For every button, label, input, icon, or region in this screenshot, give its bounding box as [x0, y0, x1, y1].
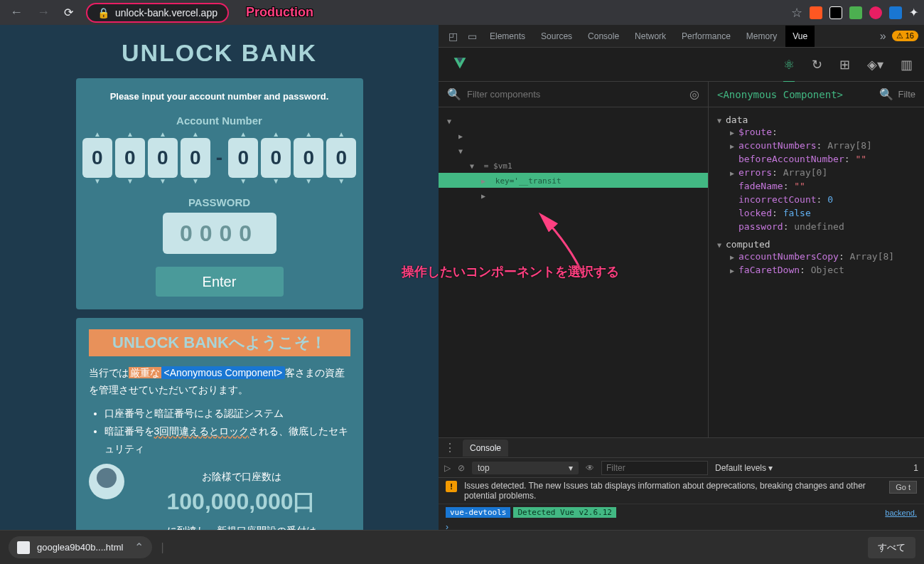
digit-box[interactable]: 0 [82, 138, 112, 178]
caret-up-icon[interactable]: ▲ [94, 131, 101, 138]
digit-box[interactable]: 0 [294, 138, 323, 178]
computed-section-label[interactable]: computed [726, 239, 770, 250]
nav-forward-icon[interactable]: → [33, 5, 54, 20]
reload-icon[interactable]: ⟳ [60, 6, 77, 19]
console-filter-input[interactable] [601, 461, 708, 475]
console-drawer: ⋮ Console ▷ ⊘ top ▾ 👁 Default levels ▾ 1… [439, 437, 924, 530]
data-property-row[interactable]: password: undefined [717, 220, 915, 233]
console-play-icon[interactable]: ▷ [444, 463, 451, 473]
tab-vue[interactable]: Vue [785, 26, 815, 47]
caret-down-icon[interactable]: ▼ [338, 178, 345, 185]
inspect-element-icon[interactable]: ◰ [444, 31, 462, 42]
drawer-menu-icon[interactable]: ⋮ [444, 441, 456, 454]
digit-separator: - [216, 147, 222, 169]
download-item[interactable]: googlea9b40b....html ⌃ [9, 536, 152, 558]
tree-node[interactable]: ▼ = $vm1 [439, 158, 708, 173]
console-context-select[interactable]: top ▾ [472, 462, 579, 474]
tab-elements[interactable]: Elements [483, 26, 532, 47]
routes-tab-icon[interactable]: ⊞ [839, 57, 850, 73]
data-property-row[interactable]: incorrectCount: 0 [717, 193, 915, 206]
chevron-up-icon[interactable]: ⌃ [134, 541, 144, 554]
data-property-row[interactable]: ▶accountNumbers: Array[8] [717, 139, 915, 152]
more-tabs-icon[interactable]: » [880, 30, 886, 43]
caret-down-icon[interactable]: ▼ [159, 178, 166, 185]
extension-icon[interactable] [889, 6, 902, 19]
tree-node[interactable]: ▼ [439, 113, 708, 128]
eye-icon[interactable]: 👁 [586, 463, 594, 473]
data-property-row[interactable]: ▶errors: Array[0] [717, 166, 915, 179]
caret-down-icon[interactable]: ▼ [94, 178, 101, 185]
url-text: unlock-bank.vercel.app [115, 7, 217, 18]
components-tab-icon[interactable]: ⚛ [783, 57, 795, 83]
console-message-row[interactable]: ! Issues detected. The new Issues tab di… [439, 478, 924, 504]
digit-box[interactable]: 0 [148, 138, 178, 178]
digit-box[interactable]: 0 [181, 138, 210, 178]
caret-down-icon[interactable]: ▼ [192, 178, 199, 185]
extension-icon[interactable] [869, 6, 882, 19]
timeline-tab-icon[interactable]: ↻ [812, 57, 822, 73]
tab-performance[interactable]: Performance [675, 26, 738, 47]
bookmark-star-icon[interactable]: ☆ [791, 5, 802, 21]
tree-node[interactable]: ▶ key='__transit [439, 173, 708, 188]
caret-down-icon[interactable]: ▼ [127, 178, 134, 185]
tab-sources[interactable]: Sources [534, 26, 579, 47]
console-clear-icon[interactable]: ⊘ [458, 463, 465, 473]
data-section-label[interactable]: data [726, 115, 748, 125]
device-toggle-icon[interactable]: ▭ [463, 31, 481, 42]
console-levels-select[interactable]: Default levels ▾ [715, 463, 773, 473]
caret-up-icon[interactable]: ▲ [192, 131, 199, 138]
select-in-page-icon[interactable]: ◎ [689, 87, 699, 101]
list-item: 口座番号と暗証番号による認証システム [104, 405, 350, 422]
store-tab-icon[interactable]: ◈▾ [867, 57, 883, 73]
address-bar[interactable]: 🔒 unlock-bank.vercel.app [86, 3, 229, 23]
enter-button[interactable]: Enter [156, 267, 284, 297]
data-property-row[interactable]: fadeName: "" [717, 179, 915, 193]
component-filter-input[interactable] [467, 89, 689, 100]
extension-icon[interactable] [810, 6, 822, 19]
tree-node[interactable]: ▼ [439, 143, 708, 158]
tree-node[interactable]: ▶ [439, 188, 708, 203]
console-prompt[interactable]: › [439, 521, 924, 530]
console-message-row[interactable]: vue-devtools Detected Vue v2.6.12 backen… [439, 504, 924, 521]
caret-up-icon[interactable]: ▲ [305, 131, 312, 138]
caret-up-icon[interactable]: ▲ [338, 131, 345, 138]
digit-box[interactable]: 0 [228, 138, 258, 178]
welcome-title: UNLOCK BANKへようこそ！ [89, 332, 350, 353]
tree-node[interactable]: ▶ [439, 128, 708, 143]
component-data-body[interactable]: ▼data ▶$route: ▶accountNumbers: Array[8]… [709, 107, 924, 437]
extension-icon[interactable] [849, 6, 862, 19]
caret-up-icon[interactable]: ▲ [240, 131, 247, 138]
data-property-row[interactable]: beforeAccountNumber: "" [717, 152, 915, 166]
data-property-row[interactable]: ▶$route: [717, 125, 915, 139]
search-icon[interactable]: 🔍 [879, 87, 893, 101]
data-property-row[interactable]: locked: false [717, 206, 915, 220]
nav-back-icon[interactable]: ← [6, 5, 27, 20]
stats-icon[interactable]: ▥ [901, 57, 913, 73]
goto-issues-button[interactable]: Go t [889, 481, 917, 494]
tab-memory[interactable]: Memory [739, 26, 784, 47]
extensions-menu-icon[interactable]: ✦ [909, 6, 918, 19]
caret-up-icon[interactable]: ▲ [127, 131, 134, 138]
data-property-row[interactable]: ▶accountNumbersCopy: Array[8] [717, 250, 915, 263]
password-input[interactable]: 0000 [163, 213, 276, 254]
console-tab[interactable]: Console [463, 440, 508, 457]
data-property-row[interactable]: ▶faCaretDown: Object [717, 263, 915, 277]
caret-up-icon[interactable]: ▲ [159, 131, 166, 138]
digit-box[interactable]: 0 [326, 138, 356, 178]
component-search: 🔍 ◎ [439, 82, 708, 107]
extension-icon[interactable] [829, 6, 842, 19]
inspector-filter[interactable]: Filte [898, 89, 915, 100]
digit-box[interactable]: 0 [115, 138, 145, 178]
component-inspector-panel: <Anonymous Component> 🔍 Filte ▼data ▶$ro… [709, 82, 924, 437]
show-all-downloads-button[interactable]: すべて [868, 537, 915, 558]
caret-down-icon[interactable]: ▼ [240, 178, 247, 185]
source-link[interactable]: backend. [885, 509, 917, 517]
caret-down-icon[interactable]: ▼ [272, 178, 279, 185]
caret-up-icon[interactable]: ▲ [272, 131, 279, 138]
tab-console[interactable]: Console [581, 26, 626, 47]
caret-down-icon[interactable]: ▼ [305, 178, 312, 185]
tab-network[interactable]: Network [628, 26, 673, 47]
warnings-badge[interactable]: ⚠ 16 [892, 31, 918, 41]
account-count-label: お陰様で口座数は [133, 471, 350, 484]
digit-box[interactable]: 0 [261, 138, 291, 178]
